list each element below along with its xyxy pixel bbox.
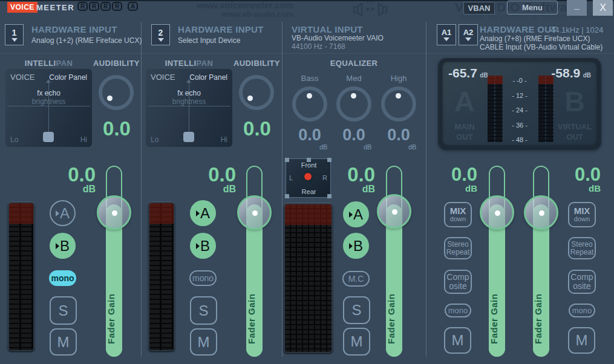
main-out-caption-2: OUT bbox=[443, 132, 486, 143]
intellipan-mode: VOICE bbox=[10, 73, 34, 82]
macro-button-r3[interactable]: R bbox=[100, 2, 111, 11]
route-arrow-icon bbox=[349, 212, 353, 218]
mixdown-button[interactable]: MIX down bbox=[568, 202, 596, 227]
mixdown-button[interactable]: MIX down bbox=[444, 202, 472, 227]
eq-med-knob[interactable] bbox=[336, 86, 371, 122]
output-select-button-a2[interactable]: A2 bbox=[459, 24, 478, 45]
stream-info: 44.1kHz | 1024 bbox=[550, 25, 603, 34]
meter-screen bbox=[149, 203, 174, 350]
main-out-level: -65.7 dB bbox=[448, 67, 488, 80]
composite-label-2: osite bbox=[573, 282, 591, 291]
mute-button[interactable]: M bbox=[568, 327, 595, 354]
mute-button[interactable]: M bbox=[50, 328, 77, 356]
mono-button[interactable]: mono bbox=[49, 270, 76, 286]
route-b-label: B bbox=[353, 238, 363, 255]
bus-b-gain-unit: dB bbox=[564, 184, 601, 193]
color-panel-link[interactable]: Color Panel bbox=[49, 73, 87, 82]
eq-bass-knob[interactable] bbox=[292, 86, 327, 122]
mono-label: mono bbox=[448, 306, 468, 315]
mono-button[interactable]: mono bbox=[445, 304, 471, 317]
mc-button[interactable]: M.C bbox=[342, 271, 370, 287]
chevron-down-icon bbox=[465, 37, 471, 41]
solo-button[interactable]: S bbox=[50, 296, 77, 325]
pan-rear-label: Rear bbox=[286, 188, 331, 195]
intellipan-label: INTELLIPAN bbox=[146, 59, 232, 68]
composite-button[interactable]: Comp osite bbox=[568, 270, 596, 294]
macro-button-r1[interactable]: R bbox=[77, 2, 88, 11]
route-b-button[interactable]: B bbox=[50, 233, 76, 259]
composite-button[interactable]: Comp osite bbox=[444, 270, 472, 294]
mono-button[interactable]: mono bbox=[189, 270, 217, 286]
level-meter bbox=[7, 201, 35, 352]
route-b-button[interactable]: B bbox=[190, 233, 216, 259]
surround-pan-pad[interactable]: Front Rear L R bbox=[286, 158, 331, 198]
menu-label: Menu bbox=[522, 3, 543, 12]
route-b-button[interactable]: B bbox=[343, 233, 369, 259]
pan-position-dot[interactable] bbox=[304, 173, 312, 180]
bus-device-a[interactable]: Analog (7+8) (RME Fireface UCX) bbox=[480, 34, 590, 43]
stereo-repeat-button[interactable]: Stereo Repeat bbox=[444, 237, 472, 259]
macro-button-a[interactable]: A bbox=[128, 2, 138, 11]
stereo-repeat-button[interactable]: Stereo Repeat bbox=[568, 237, 596, 259]
eq-band-name: Bass bbox=[287, 74, 333, 83]
audibility-knob[interactable] bbox=[99, 75, 134, 110]
virtual-out-caption-1: VIRTUAL bbox=[552, 122, 597, 132]
macro-button-r4[interactable]: R bbox=[112, 2, 122, 11]
route-a-button[interactable]: A bbox=[343, 201, 369, 227]
route-arrow-icon bbox=[349, 243, 353, 249]
logo-voice: VOICE bbox=[7, 2, 38, 13]
input-select-button-1[interactable]: 1 bbox=[5, 24, 24, 45]
bus-a-gain-value: 0.0 bbox=[441, 165, 477, 184]
strip-device[interactable]: Analog (1+2) (RME Fireface UCX) bbox=[31, 36, 142, 45]
axis-lo-label: Lo bbox=[10, 135, 18, 144]
knob-indicator-dot bbox=[307, 93, 312, 99]
mixdown-label-1: MIX bbox=[450, 206, 466, 216]
mono-button[interactable]: mono bbox=[569, 304, 595, 317]
intellipan-pad[interactable]: VOICE Color Panel fx echo brightness Lo … bbox=[146, 69, 232, 147]
strip-device[interactable]: Select Input Device bbox=[178, 36, 240, 45]
fader-knob[interactable] bbox=[524, 195, 558, 230]
solo-button[interactable]: S bbox=[190, 296, 217, 325]
output-select-button-a1[interactable]: A1 bbox=[437, 24, 456, 45]
route-a-button[interactable]: A bbox=[50, 200, 76, 226]
fader-knob[interactable] bbox=[480, 195, 514, 230]
bus-b-meter bbox=[538, 76, 554, 142]
mute-button[interactable]: M bbox=[190, 328, 217, 356]
axis-hi-label: Hi bbox=[80, 135, 87, 144]
selector-number: 2 bbox=[158, 28, 163, 37]
mute-button[interactable]: M bbox=[444, 327, 471, 354]
mute-button[interactable]: M bbox=[343, 328, 370, 356]
virtual-out-level-value: -58.9 bbox=[551, 66, 580, 80]
mute-label: M bbox=[57, 334, 70, 351]
solo-button[interactable]: S bbox=[343, 296, 370, 324]
audibility-knob[interactable] bbox=[239, 75, 274, 110]
route-b-label: B bbox=[60, 238, 70, 255]
pan-right-label: R bbox=[322, 174, 327, 181]
fader-caption: Fader Gain bbox=[489, 283, 505, 354]
knob-indicator-dot bbox=[539, 210, 544, 216]
bus-device-b[interactable]: CABLE Input (VB-Audio Virtual Cable) bbox=[480, 43, 603, 51]
intellipan-handle[interactable] bbox=[183, 132, 194, 142]
minimize-button[interactable]: _ bbox=[567, 0, 587, 16]
input-select-button-2[interactable]: 2 bbox=[151, 24, 170, 45]
fader-knob[interactable] bbox=[97, 195, 131, 230]
vban-button[interactable]: VBAN bbox=[463, 2, 495, 15]
close-button[interactable]: X bbox=[593, 0, 613, 16]
solo-label: S bbox=[198, 302, 208, 319]
minimize-glyph: _ bbox=[574, 0, 580, 11]
main-out-caption-1: MAIN bbox=[443, 122, 486, 132]
bus-title: HARDWARE OUT bbox=[480, 24, 557, 34]
color-panel-link[interactable]: Color Panel bbox=[189, 73, 227, 82]
mixdown-label-2: down bbox=[574, 216, 590, 223]
intellipan-handle[interactable] bbox=[43, 132, 54, 142]
eq-band-name: High bbox=[376, 74, 422, 83]
fader-knob[interactable] bbox=[237, 195, 272, 230]
fader-knob[interactable] bbox=[377, 194, 411, 229]
macro-button-r2[interactable]: R bbox=[89, 2, 99, 11]
menu-button[interactable]: Menu bbox=[507, 1, 558, 15]
axis-lo-label: Lo bbox=[151, 135, 158, 144]
intellipan-pad[interactable]: VOICE Color Panel fx echo brightness Lo … bbox=[5, 69, 92, 147]
fx-echo-label: fx echo bbox=[146, 89, 232, 97]
route-a-button[interactable]: A bbox=[190, 200, 216, 226]
eq-high-knob[interactable] bbox=[381, 86, 416, 122]
